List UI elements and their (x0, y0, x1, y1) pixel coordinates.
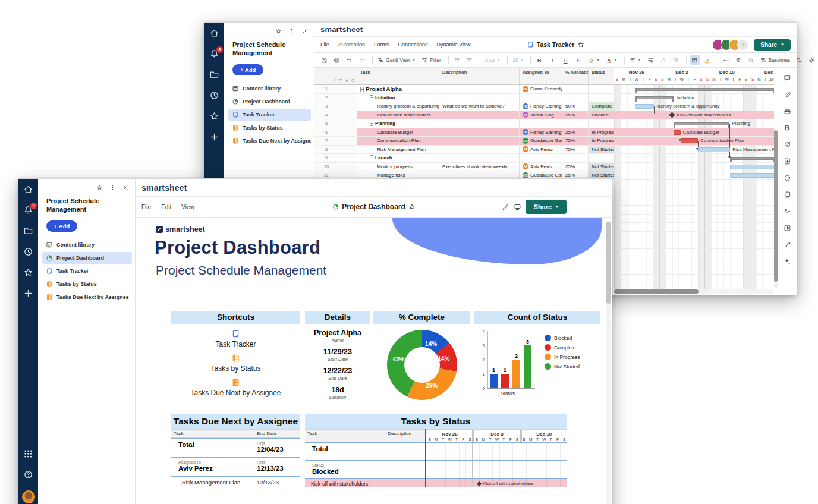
gantt-task-bar[interactable] (681, 138, 698, 143)
sidebar-item-tasks-by-status[interactable]: Tasks by Status (42, 278, 132, 290)
sidebar-item-tasks-due-next-by-assignee[interactable]: Tasks Due Next by Assignee (42, 291, 132, 303)
cell-assigned-to[interactable]: GGGuadalupe Garcia (520, 137, 562, 145)
menu-connections[interactable]: Connections (398, 42, 428, 48)
column-header--allocation[interactable]: % Allocation (562, 68, 589, 84)
row-number[interactable]: 7 (314, 137, 338, 145)
row-gutter[interactable] (338, 128, 357, 137)
publish-panel-button[interactable] (782, 156, 793, 166)
cell-description[interactable]: Executives should view weekly (439, 163, 520, 171)
row-gutter[interactable] (338, 154, 357, 162)
people-panel-button[interactable] (782, 206, 793, 216)
cell-assigned-to[interactable] (520, 119, 562, 128)
indent-button[interactable] (464, 55, 474, 65)
row-number[interactable]: 3 (314, 102, 338, 111)
add-button[interactable]: + Add (232, 64, 263, 75)
cell-status[interactable] (589, 154, 614, 162)
column-header-assigned-to[interactable]: Assigned To (520, 68, 562, 84)
cell-status[interactable]: Complete (589, 102, 614, 111)
nav-home-button[interactable] (23, 184, 33, 194)
gantt-close-hint[interactable]: x (769, 78, 771, 83)
star-icon[interactable] (275, 28, 282, 34)
cell-status[interactable]: Blocked (589, 111, 614, 119)
nav-folder-button[interactable] (23, 226, 33, 236)
outdent-button[interactable] (452, 55, 462, 65)
text-color-button[interactable]: ▼ (604, 55, 619, 65)
cell-task[interactable]: −Initiation (357, 94, 439, 102)
cell-task[interactable]: −Launch (357, 154, 439, 162)
nav-plus-button[interactable] (209, 132, 219, 142)
close-icon[interactable] (122, 184, 129, 191)
menu-dynamic-view[interactable]: Dynamic View (437, 42, 471, 48)
baselines-button[interactable]: Baselines (759, 55, 792, 65)
sparkle-panel-button[interactable] (782, 256, 793, 266)
add-button[interactable]: + Add (46, 220, 77, 232)
row-number[interactable]: 2 (314, 94, 338, 102)
activity-panel-button[interactable] (782, 172, 793, 183)
cell-task[interactable]: Communication Plan (357, 137, 439, 145)
shortcut-tasks-due-next-by-assignee[interactable]: Tasks Due Next by Assignee (171, 378, 300, 397)
ellipsis-button[interactable] (721, 55, 731, 65)
shortcut-tasks-by-status[interactable]: Tasks by Status (171, 354, 300, 373)
row-number[interactable]: 8 (314, 146, 338, 154)
cell-status[interactable]: In Progress (589, 137, 614, 145)
brandfolder-panel-button[interactable] (782, 122, 793, 133)
update-request-panel-button[interactable] (782, 139, 793, 150)
kebab-icon[interactable] (109, 184, 116, 191)
favorite-star-icon[interactable] (577, 41, 584, 48)
cell-allocation[interactable]: 75% (562, 137, 589, 145)
chart-panel-button[interactable] (782, 222, 793, 233)
sidebar-item-task-tracker[interactable]: Task Tracker (42, 265, 132, 277)
cell-task[interactable]: Kick-off with stakeholders (357, 111, 439, 119)
painter-button[interactable] (671, 55, 681, 65)
link-button[interactable] (658, 55, 668, 65)
gantt-summary-bar[interactable] (635, 88, 774, 91)
cell-task[interactable]: Calculate Budget (357, 128, 439, 137)
pen-button[interactable] (702, 55, 712, 65)
nav-plus-button[interactable] (23, 288, 33, 298)
critical-path-button[interactable] (794, 55, 804, 65)
cell-status[interactable]: Not Started (589, 146, 614, 154)
redo-button[interactable] (357, 55, 367, 65)
menu-edit[interactable]: Edit (161, 204, 171, 210)
menu-automation[interactable]: Automation (338, 42, 366, 48)
grid-view-button[interactable] (690, 55, 700, 65)
column-header-status[interactable]: Status (589, 68, 614, 84)
favorite-star-icon[interactable] (408, 203, 416, 210)
kebab-icon[interactable] (288, 28, 295, 34)
gantt-task-bar[interactable] (698, 147, 730, 152)
cell-task[interactable]: Monitor progress (357, 163, 439, 171)
cell-status[interactable] (589, 94, 614, 102)
row-number[interactable]: 1 (314, 85, 338, 93)
collapse-toggle-icon[interactable]: − (370, 121, 373, 126)
gantt-summary-bar[interactable] (674, 122, 729, 125)
cell-status[interactable] (589, 119, 614, 128)
view-switcher-button[interactable]: Gantt View▼ (376, 55, 417, 65)
horizontal-scrollbar[interactable] (614, 289, 773, 294)
row-gutter[interactable] (338, 94, 357, 102)
copies-panel-button[interactable] (782, 189, 793, 200)
cell-task[interactable]: Identify problem & opportunity (357, 102, 439, 111)
nav-bell-button[interactable]: 3 (209, 49, 219, 59)
cell-description[interactable] (439, 154, 520, 162)
horizontal-scrollbar-thumb[interactable] (614, 289, 699, 294)
nav-home-button[interactable] (209, 28, 219, 38)
sidebar-item-content-library[interactable]: Content library (228, 83, 311, 94)
close-icon[interactable] (301, 28, 308, 34)
row-gutter[interactable] (338, 111, 357, 119)
add-collaborator-button[interactable]: + (737, 39, 748, 51)
cell-allocation[interactable]: 75% (562, 146, 589, 154)
comment-icon[interactable] (339, 78, 343, 83)
menu-forms[interactable]: Forms (374, 42, 389, 48)
column-header-description[interactable]: Description (439, 68, 520, 84)
wrap-button[interactable] (646, 55, 656, 65)
gantt-summary-bar[interactable] (635, 96, 674, 99)
cell-description[interactable] (439, 146, 520, 154)
cell-assigned-to[interactable]: APAviv Perez (520, 146, 562, 154)
cell-assigned-to[interactable] (520, 94, 562, 102)
zoom-out-button[interactable] (746, 55, 756, 65)
sidebar-item-content-library[interactable]: Content library (42, 239, 132, 251)
italic-button[interactable]: I (547, 55, 558, 65)
menu-file[interactable]: File (141, 204, 151, 210)
menu-view[interactable]: View (181, 204, 194, 210)
paperclip-icon[interactable] (333, 78, 337, 83)
